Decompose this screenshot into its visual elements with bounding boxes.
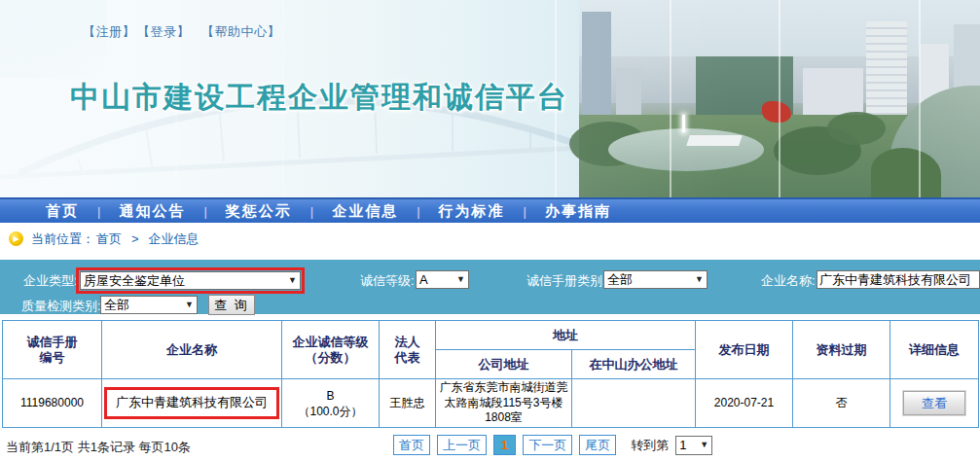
login-link[interactable]: 【登录】 (137, 24, 190, 39)
register-link[interactable]: 【注册】 (83, 24, 135, 39)
account-links: 【注册】【登录】【帮助中心】 (83, 23, 282, 41)
search-button[interactable]: 查 询 (208, 295, 255, 315)
quality-test-type-value: 全部 (104, 297, 129, 313)
cell-zhongshan-address (572, 379, 696, 428)
col-header-text: 编号 (5, 350, 99, 366)
quality-test-type-label: 质量检测类别: (21, 298, 101, 315)
company-name: 广东中青建筑科技有限公司 (116, 395, 268, 409)
table-row: 1119680000 广东中青建筑科技有限公司 B （100.0分） 王胜忠 广… (3, 379, 979, 428)
col-header-text: 企业诚信等级 (284, 335, 377, 350)
cell-name: 广东中青建筑科技有限公司 (102, 379, 282, 428)
dropdown-arrow-icon: ▼ (691, 271, 707, 288)
credit-level-select[interactable]: A ▼ (416, 270, 469, 289)
nav-item-enterprise-info[interactable]: 企业信息 (313, 202, 417, 221)
cell-legal-rep: 王胜忠 (380, 379, 436, 428)
credit-manual-type-select[interactable]: 全部 ▼ (603, 270, 708, 289)
cell-expired: 否 (793, 379, 890, 428)
enterprise-table: 诚信手册 编号 企业名称 企业诚信等级 （分数） 法人 代表 地址 发布日期 资… (2, 320, 979, 428)
banner: 【注册】【登录】【帮助中心】 中山市建设工程企业管理和诚信平台 (0, 0, 980, 197)
col-header-publish-date: 发布日期 (696, 321, 793, 379)
pagination-last-button[interactable]: 尾页 (579, 435, 616, 455)
goto-page-value: 1 (679, 437, 686, 453)
col-header-zhongshan-address: 在中山办公地址 (572, 350, 696, 379)
cell-publish-date: 2020-07-21 (696, 379, 793, 428)
quality-test-type-select[interactable]: 全部 ▼ (100, 296, 198, 314)
breadcrumb-home-link[interactable]: 首页 (96, 230, 122, 248)
credit-manual-type-label: 诚信手册类别: (526, 272, 606, 290)
nav-item-standards[interactable]: 行为标准 (420, 202, 524, 221)
col-header-manual-no: 诚信手册 编号 (3, 321, 102, 379)
breadcrumb: ▶ 当前位置： 首页 > 企业信息 (0, 223, 980, 255)
col-header-name: 企业名称 (102, 321, 282, 379)
goto-page-select[interactable]: 1 ▼ (675, 436, 712, 455)
col-header-text: 法人 (381, 335, 433, 350)
main-nav: 首页 | 通知公告 | 奖惩公示 | 企业信息 | 行为标准 | 办事指南 (0, 197, 980, 223)
breadcrumb-arrow-icon: ▶ (9, 231, 23, 246)
pagination-current-page[interactable]: 1 (493, 435, 516, 455)
enterprise-type-label: 企业类型: (23, 272, 78, 290)
pagination-next-button[interactable]: 下一页 (523, 435, 572, 455)
photo-trees (827, 112, 886, 145)
page: 【注册】【登录】【帮助中心】 中山市建设工程企业管理和诚信平台 首页 | 通知公… (0, 0, 980, 461)
site-title: 中山市建设工程企业管理和诚信平台 (70, 78, 568, 118)
help-center-link[interactable]: 【帮助中心】 (201, 24, 280, 39)
banner-streak (670, 0, 671, 197)
cell-credit-level: B （100.0分） (282, 379, 380, 428)
enterprise-name-input[interactable] (817, 270, 980, 289)
nav-item-notices[interactable]: 通知公告 (100, 202, 203, 221)
credit-manual-type-value: 全部 (607, 271, 633, 288)
dropdown-arrow-icon: ▼ (181, 297, 197, 313)
highlight-box-enterprise-type: 房屋安全鉴定单位 ▼ (76, 267, 305, 294)
col-header-credit-level: 企业诚信等级 （分数） (282, 321, 380, 379)
banner-streak (779, 0, 780, 197)
enterprise-type-select[interactable]: 房屋安全鉴定单位 ▼ (80, 271, 301, 290)
credit-score: （100.0分） (284, 404, 377, 419)
photo-tents (686, 135, 743, 146)
table-header-row: 诚信手册 编号 企业名称 企业诚信等级 （分数） 法人 代表 地址 发布日期 资… (3, 321, 979, 350)
col-header-legal-rep: 法人 代表 (380, 321, 436, 379)
col-header-address-group: 地址 (436, 321, 696, 350)
dropdown-arrow-icon: ▼ (696, 437, 711, 453)
col-header-text: （分数） (284, 350, 377, 366)
col-header-detail: 详细信息 (890, 321, 979, 379)
pagination: 首页 上一页 1 下一页 尾页 转到第 1 ▼ (393, 435, 712, 455)
credit-level-value: A (419, 271, 428, 288)
pagination-prev-button[interactable]: 上一页 (437, 435, 487, 455)
breadcrumb-prefix: 当前位置： (31, 230, 94, 248)
cell-manual-no: 1119680000 (3, 379, 102, 428)
enterprise-name-label: 企业名称: (761, 272, 816, 290)
credit-grade: B (284, 388, 377, 404)
footer: 当前第1/1页 共1条记录 每页10条 首页 上一页 1 下一页 尾页 转到第 … (0, 429, 980, 461)
col-header-text: 代表 (381, 350, 433, 366)
highlight-box-company-name: 广东中青建筑科技有限公司 (104, 387, 279, 419)
banner-streak (919, 0, 921, 197)
cell-company-address: 广东省东莞市南城街道莞太路南城段115号3号楼1808室 (436, 379, 572, 428)
col-header-text: 诚信手册 (5, 335, 99, 350)
goto-page-label: 转到第 (631, 437, 669, 454)
nav-item-guide[interactable]: 办事指南 (526, 202, 630, 221)
view-button[interactable]: 查看 (903, 391, 965, 415)
page-info: 当前第1/1页 共1条记录 每页10条 (6, 439, 191, 456)
breadcrumb-separator: > (131, 231, 139, 246)
photo-building (582, 12, 611, 124)
col-header-expired: 资料过期 (793, 321, 890, 379)
cell-detail: 查看 (890, 379, 979, 428)
credit-level-label: 诚信等级: (360, 272, 415, 290)
dropdown-arrow-icon: ▼ (453, 271, 468, 288)
col-header-company-address: 公司地址 (436, 350, 572, 379)
breadcrumb-current: 企业信息 (149, 230, 200, 248)
nav-item-rewards[interactable]: 奖惩公示 (207, 202, 310, 221)
filter-panel: 企业类型: 房屋安全鉴定单位 ▼ 诚信等级: A ▼ 诚信手册类别: 全部 ▼ … (0, 260, 980, 314)
dropdown-arrow-icon: ▼ (284, 272, 300, 289)
enterprise-type-value: 房屋安全鉴定单位 (84, 272, 185, 289)
nav-item-home[interactable]: 首页 (27, 202, 97, 221)
photo-fountain (682, 115, 685, 132)
pagination-first-button[interactable]: 首页 (393, 435, 430, 455)
